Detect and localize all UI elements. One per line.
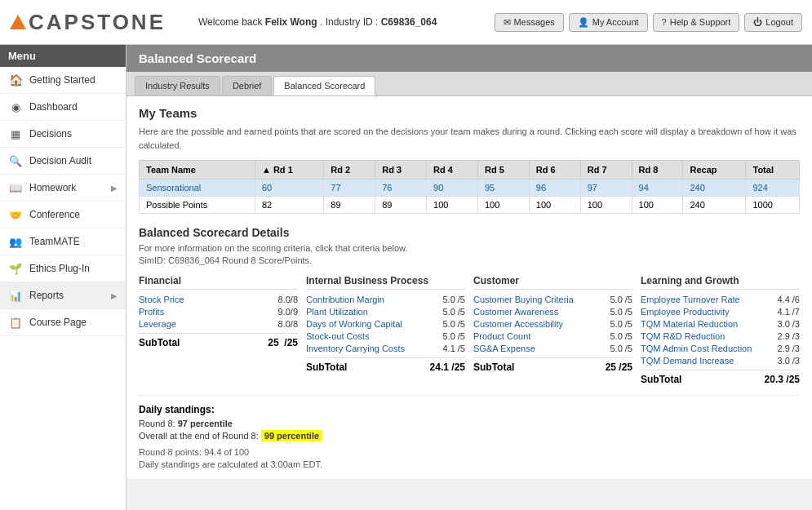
- team-name-sensorational: Sensorational: [140, 180, 255, 197]
- score-grid: Financial Stock Price 8.0/8 Profits 9.0/…: [139, 275, 800, 385]
- inventory-carrying-costs-value: 4.1 /5: [442, 344, 465, 353]
- inventory-carrying-costs-link[interactable]: Inventory Carrying Costs: [306, 344, 439, 353]
- messages-button[interactable]: ✉ Messages: [495, 13, 564, 32]
- rd1-score[interactable]: 60: [255, 180, 323, 197]
- sidebar-item-reports[interactable]: 📊 Reports ▶: [0, 282, 126, 309]
- logo-text: CAPSTONE: [29, 10, 166, 35]
- tqm-rd-link[interactable]: TQM R&D Reduction: [641, 331, 774, 341]
- customer-accessibility-value: 5.0 /5: [610, 319, 632, 329]
- sidebar-item-homework[interactable]: 📖 Homework ▶: [0, 175, 126, 202]
- course-icon: 📋: [8, 315, 23, 330]
- rd7-score[interactable]: 97: [580, 180, 632, 197]
- total-score: 924: [746, 180, 800, 197]
- customer-accessibility-link[interactable]: Customer Accessibility: [473, 319, 606, 329]
- customer-awareness-value: 5.0 /5: [610, 307, 632, 317]
- customer-buying-criteria-value: 5.0 /5: [610, 295, 632, 304]
- rd6-score[interactable]: 96: [529, 180, 580, 197]
- customer-subtotal: SubTotal 25 /25: [473, 357, 632, 373]
- score-row: Contribution Margin 5.0 /5: [306, 295, 465, 304]
- col-rd7: Rd 7: [580, 161, 632, 180]
- logo: CAPSTONE: [10, 10, 166, 35]
- sidebar-item-course-page[interactable]: 📋 Course Page: [0, 309, 126, 336]
- profits-link[interactable]: Profits: [139, 307, 275, 317]
- tqm-material-link[interactable]: TQM Material Reduction: [641, 319, 774, 329]
- learning-title: Learning and Growth: [641, 275, 800, 290]
- sidebar-item-dashboard[interactable]: ◉ Dashboard: [0, 94, 126, 121]
- messages-icon: ✉: [504, 17, 511, 28]
- sidebar-item-getting-started[interactable]: 🏠 Getting Started: [0, 67, 126, 94]
- score-row: Employee Productivity 4.1 /7: [641, 307, 800, 317]
- sidebar-label-reports: Reports: [29, 290, 64, 301]
- employee-productivity-value: 4.1 /7: [777, 307, 800, 317]
- sidebar-label-homework: Homework: [29, 182, 76, 193]
- employee-turnover-link[interactable]: Employee Turnover Rate: [641, 295, 774, 304]
- book-icon: 📖: [8, 180, 23, 195]
- rd8-score[interactable]: 94: [632, 180, 683, 197]
- product-count-link[interactable]: Product Count: [473, 331, 606, 341]
- daily-points: Round 8 points: 94.4 of 100 Daily standi…: [139, 447, 800, 469]
- help-icon: ?: [662, 17, 667, 27]
- my-teams-title: My Teams: [139, 106, 800, 120]
- plant-utilization-value: 5.0 /5: [442, 307, 465, 317]
- daily-title: Daily standings:: [139, 404, 800, 415]
- stock-out-costs-link[interactable]: Stock-out Costs: [306, 331, 439, 341]
- tqm-rd-value: 2.9 /3: [777, 331, 800, 341]
- sidebar-item-decision-audit[interactable]: 🔍 Decision Audit: [0, 148, 126, 175]
- stock-out-costs-value: 5.0 /5: [442, 331, 465, 341]
- customer-title: Customer: [473, 275, 632, 290]
- details-desc: For more information on the scoring crit…: [139, 243, 800, 253]
- sga-expense-link[interactable]: SG&A Expense: [473, 344, 606, 353]
- my-account-button[interactable]: 👤 My Account: [569, 13, 648, 32]
- score-row: Inventory Carrying Costs 4.1 /5: [306, 344, 465, 353]
- industry-id: C69836_064: [381, 16, 437, 28]
- tqm-admin-link[interactable]: TQM Admin Cost Reduction: [641, 344, 774, 353]
- tab-industry-results[interactable]: Industry Results: [135, 76, 220, 95]
- simid-text: SimID: C69836_064 Round 8 Score/Points.: [139, 255, 800, 265]
- col-rd8: Rd 8: [632, 161, 683, 180]
- sidebar-item-ethics[interactable]: 🌱 Ethics Plug-In: [0, 255, 126, 282]
- score-row: Plant Utilization 5.0 /5: [306, 307, 465, 317]
- gauge-icon: ◉: [8, 100, 23, 114]
- main-content: Balanced Scorecard Industry Results Debr…: [126, 45, 812, 510]
- sidebar-label-dashboard: Dashboard: [29, 101, 78, 113]
- tab-bar: Industry Results Debrief Balanced Scorec…: [126, 72, 812, 96]
- contribution-margin-link[interactable]: Contribution Margin: [306, 295, 439, 304]
- sidebar-item-teamate[interactable]: 👥 TeamMATE: [0, 228, 126, 255]
- sidebar-item-conference[interactable]: 🤝 Conference: [0, 202, 126, 228]
- internal-column: Internal Business Process Contribution M…: [306, 275, 465, 385]
- chevron-right-icon: ▶: [111, 184, 118, 193]
- stock-price-link[interactable]: Stock Price: [139, 295, 275, 304]
- days-working-capital-link[interactable]: Days of Working Capital: [306, 319, 439, 329]
- daily-percentile: 97 percentile: [178, 419, 233, 428]
- tab-balanced-scorecard[interactable]: Balanced Scorecard: [273, 76, 375, 95]
- tqm-demand-link[interactable]: TQM Demand Increase: [641, 356, 774, 366]
- sidebar-label-decisions: Decisions: [29, 128, 72, 140]
- customer-awareness-link[interactable]: Customer Awareness: [473, 307, 606, 317]
- customer-buying-criteria-link[interactable]: Customer Buying Criteria: [473, 295, 606, 304]
- rd2-score[interactable]: 77: [324, 180, 375, 197]
- sidebar-label-course-page: Course Page: [29, 317, 87, 328]
- employee-productivity-link[interactable]: Employee Productivity: [641, 307, 774, 317]
- account-icon: 👤: [578, 17, 589, 28]
- help-support-button[interactable]: ? Help & Support: [653, 13, 740, 32]
- financial-title: Financial: [139, 275, 298, 290]
- score-row: Stock Price 8.0/8: [139, 295, 298, 304]
- tqm-material-value: 3.0 /3: [777, 319, 800, 329]
- tab-debrief[interactable]: Debrief: [222, 76, 272, 95]
- reports-icon: 📊: [8, 288, 23, 303]
- rd3-score[interactable]: 76: [375, 180, 427, 197]
- sidebar-label-decision-audit: Decision Audit: [29, 155, 91, 166]
- score-row: Customer Awareness 5.0 /5: [473, 307, 632, 317]
- logout-button[interactable]: ⏻ Logout: [744, 13, 802, 32]
- sidebar-item-decisions[interactable]: ▦ Decisions: [0, 121, 126, 148]
- recap-score[interactable]: 240: [683, 180, 746, 197]
- financial-subtotal: SubTotal 25 /25: [139, 333, 298, 348]
- rd4-score[interactable]: 90: [427, 180, 478, 197]
- leverage-link[interactable]: Leverage: [139, 319, 275, 329]
- plant-utilization-link[interactable]: Plant Utilization: [306, 307, 439, 317]
- ethics-icon: 🌱: [8, 261, 23, 276]
- rd5-score[interactable]: 95: [477, 180, 529, 197]
- decisions-icon: ▦: [8, 126, 23, 141]
- score-row: TQM Material Reduction 3.0 /3: [641, 319, 800, 329]
- logout-icon: ⏻: [753, 17, 762, 27]
